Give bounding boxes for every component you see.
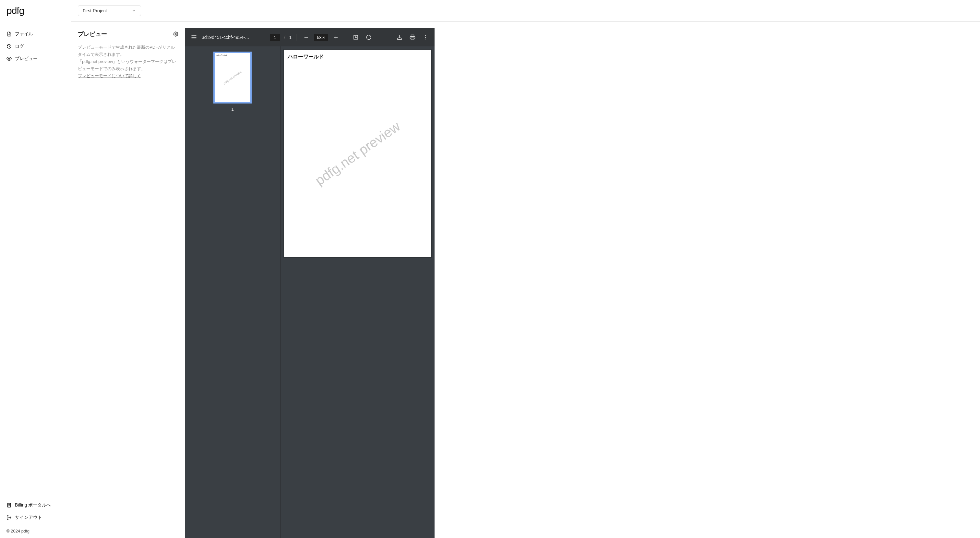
info-panel: プレビュー プレビューモードで生成された最新のPDFがリアルタイムで表示されます… <box>72 22 185 538</box>
chevron-down-icon <box>132 8 136 13</box>
file-icon <box>6 32 12 37</box>
sidebar-item-label: サインアウト <box>15 515 42 520</box>
fit-page-button[interactable] <box>350 32 361 43</box>
sidebar: pdfg ファイル ログ プレビュー <box>0 0 72 538</box>
pdf-filename: 3d19d451-ccbf-4954-… <box>202 35 250 40</box>
svg-point-20 <box>425 35 426 36</box>
svg-point-21 <box>425 37 426 38</box>
signout-icon <box>6 515 12 520</box>
svg-point-22 <box>425 38 426 39</box>
more-button[interactable] <box>420 32 431 43</box>
thumbnail-heading: ハローワールド <box>216 54 228 56</box>
page-total: 1 <box>289 35 292 40</box>
page-area[interactable]: ハローワールド pdfg.net preview <box>280 46 434 538</box>
sidebar-item-logs[interactable]: ログ <box>0 40 71 53</box>
sidebar-item-label: ログ <box>15 43 24 49</box>
svg-point-2 <box>8 58 10 59</box>
pdf-page: ハローワールド pdfg.net preview <box>284 49 431 257</box>
info-header: プレビュー <box>78 30 178 38</box>
info-link[interactable]: プレビューモードについて詳しく <box>78 73 141 79</box>
thumbnail-watermark: pdfg.net preview <box>223 70 242 85</box>
page-separator: / <box>284 35 285 40</box>
sidebar-item-label: Billing ポータルへ <box>15 502 51 508</box>
eye-icon <box>6 56 12 61</box>
footer-copyright: © 2024 pdfg <box>0 524 71 538</box>
main: First Project プレビュー プレビューモードで生成された最新のPDF… <box>72 0 980 538</box>
thumbnail-panel: ハローワールド pdfg.net preview 1 <box>185 46 280 538</box>
preview-area: 3d19d451-ccbf-4954-… / 1 <box>185 22 980 538</box>
project-select-label: First Project <box>83 8 107 13</box>
zoom-level-input[interactable] <box>314 34 328 41</box>
page-current-input[interactable] <box>270 34 280 41</box>
pdf-viewer: 3d19d451-ccbf-4954-… / 1 <box>185 28 434 538</box>
sidebar-item-signout[interactable]: サインアウト <box>0 511 71 524</box>
sidebar-nav: ファイル ログ プレビュー <box>0 21 71 499</box>
content: プレビュー プレビューモードで生成された最新のPDFがリアルタイムで表示されます… <box>72 22 980 538</box>
zoom-out-button[interactable] <box>301 32 311 43</box>
zoom-in-button[interactable] <box>331 32 341 43</box>
print-button[interactable] <box>407 32 418 43</box>
svg-rect-19 <box>411 38 414 40</box>
sidebar-bottom: Billing ポータルへ サインアウト <box>0 499 71 524</box>
toolbar-divider <box>296 34 296 41</box>
logo: pdfg <box>0 0 71 21</box>
pdf-toolbar: 3d19d451-ccbf-4954-… / 1 <box>185 28 434 46</box>
thumbnail-page-1[interactable]: ハローワールド pdfg.net preview <box>213 52 251 104</box>
thumbnail-number: 1 <box>231 107 234 112</box>
gear-icon[interactable] <box>173 32 178 37</box>
info-description-2: 「pdfg.net preview」というウォーターマークはプレビューモードでの… <box>78 58 178 72</box>
topbar: First Project <box>72 0 980 22</box>
download-button[interactable] <box>395 32 405 43</box>
toolbar-divider <box>346 34 346 41</box>
menu-button[interactable] <box>189 32 199 43</box>
svg-point-8 <box>175 34 177 35</box>
history-icon <box>6 44 12 49</box>
page-heading: ハローワールド <box>288 54 427 61</box>
page-watermark: pdfg.net preview <box>312 118 403 188</box>
sidebar-item-files[interactable]: ファイル <box>0 28 71 40</box>
rotate-button[interactable] <box>364 32 374 43</box>
info-description-1: プレビューモードで生成された最新のPDFがリアルタイムで表示されます。 <box>78 44 178 58</box>
sidebar-item-label: プレビュー <box>15 56 38 62</box>
sidebar-item-preview[interactable]: プレビュー <box>0 53 71 65</box>
project-select[interactable]: First Project <box>78 5 141 16</box>
sidebar-item-label: ファイル <box>15 31 33 37</box>
receipt-icon <box>6 503 12 508</box>
sidebar-item-billing[interactable]: Billing ポータルへ <box>0 499 71 511</box>
pdf-body: ハローワールド pdfg.net preview 1 ハローワールド pdfg.… <box>185 46 434 538</box>
info-title: プレビュー <box>78 30 107 38</box>
